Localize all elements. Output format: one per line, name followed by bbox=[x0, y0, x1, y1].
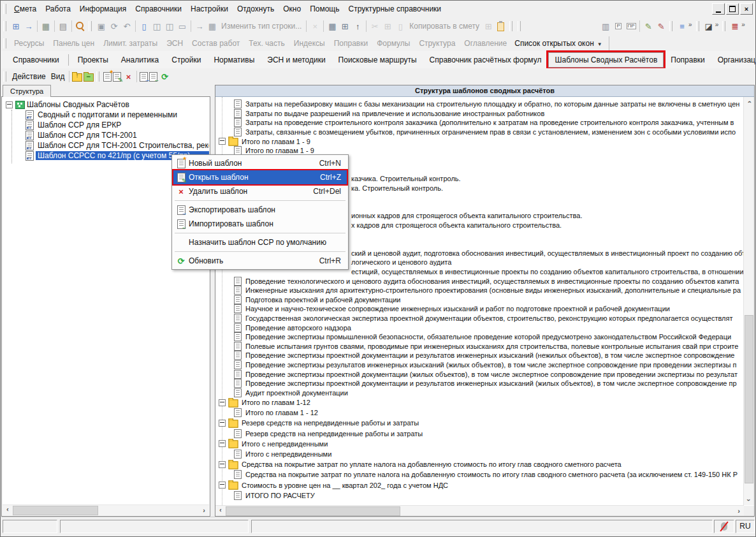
tree-row[interactable]: Проведение экспертизы промышленной безоп… bbox=[216, 332, 743, 342]
vertical-scrollbar[interactable]: › › bbox=[743, 97, 754, 505]
menu-4[interactable]: Справочники bbox=[131, 3, 186, 15]
folder-collapse-icon[interactable] bbox=[84, 73, 94, 82]
pdf-icon[interactable]: ▤ bbox=[57, 20, 69, 32]
overflow-chevron-icon[interactable]: » bbox=[741, 21, 745, 28]
refresh-icon[interactable]: ⟳ bbox=[159, 71, 170, 82]
tree-row[interactable]: Проведение технологического и ценового а… bbox=[216, 276, 743, 286]
menu-item-refresh[interactable]: ⟳ОбновитьCtrl+R bbox=[173, 254, 347, 268]
unlock-icon[interactable]: ▯ bbox=[138, 20, 150, 32]
close-button[interactable]: × bbox=[740, 3, 753, 15]
scroll-right-arrow[interactable]: › bbox=[734, 506, 744, 516]
menu-item-set-default-template[interactable]: Назначить шаблон ССР по умолчанию bbox=[173, 235, 347, 249]
open-windows-dropdown[interactable]: Список открытых окон▼ bbox=[514, 39, 602, 48]
minimize-button[interactable] bbox=[712, 3, 725, 15]
menu-5[interactable]: Настройки bbox=[186, 3, 233, 15]
scroll-up-arrow[interactable]: › bbox=[744, 97, 754, 107]
menu-7[interactable]: Окно bbox=[279, 3, 305, 15]
import-template-icon[interactable] bbox=[177, 219, 185, 229]
tree-row[interactable]: Государственная экологическая экспертиза… bbox=[216, 314, 743, 323]
new-template-icon[interactable] bbox=[103, 72, 112, 82]
tree-import-icon[interactable]: → bbox=[23, 20, 34, 32]
tab-2[interactable]: Проекты bbox=[72, 53, 114, 67]
tree-folder-row[interactable]: Итого по главам 1 - 9 bbox=[216, 136, 743, 146]
tab-7[interactable]: Поисковые маршруты bbox=[333, 53, 423, 67]
tree-item-template[interactable]: Шаблон ССР для ТСН-2001 Строительства, р… bbox=[4, 140, 209, 151]
tree-row[interactable]: Аудит проектной документации bbox=[216, 388, 743, 397]
overflow-chevron-icon[interactable]: » bbox=[688, 21, 692, 28]
tree-row[interactable]: Подготовка проектной и рабочей документа… bbox=[216, 295, 743, 304]
menu-2[interactable]: Работа bbox=[41, 3, 75, 15]
book-gear-icon[interactable]: ▥ bbox=[600, 20, 611, 32]
tree-item-template[interactable]: Сводный с подитогами и переменными bbox=[4, 110, 209, 120]
menu-6[interactable]: Отдохнуть bbox=[233, 3, 279, 15]
tab-9[interactable]: Шаблоны Сводных Расчётов bbox=[548, 52, 664, 68]
menu-item-delete-template[interactable]: ×Удалить шаблонCtrl+Del bbox=[173, 184, 347, 198]
tree-row[interactable]: Средства на покрытие затрат по уплате на… bbox=[216, 469, 743, 480]
delete-template-icon[interactable]: × bbox=[122, 71, 134, 82]
tab-11[interactable]: Организации bbox=[712, 53, 756, 67]
tree-row[interactable]: Итого с непредвиденными bbox=[216, 449, 743, 459]
tree-row[interactable]: Резерв средств на непредвиденные работы … bbox=[216, 429, 743, 439]
expand-box-icon[interactable] bbox=[219, 138, 226, 145]
tree-item-template[interactable]: Шаблон ССР для ТСН-2001 bbox=[4, 130, 209, 140]
pc-gear2-icon[interactable]: ◫ bbox=[164, 20, 175, 32]
template-edit-icon[interactable]: ✎ bbox=[643, 20, 654, 32]
tree-folder-row[interactable]: Резерв средств на непредвиденные работы … bbox=[216, 418, 743, 428]
tree-row[interactable]: Затраты, связанные с возмещением убытков… bbox=[216, 128, 743, 137]
maximize-button[interactable] bbox=[726, 3, 739, 15]
tree-folder-row[interactable]: Итого по главам 1-12 bbox=[216, 397, 743, 408]
comment-gear-icon[interactable]: ▭ bbox=[177, 20, 188, 32]
tree-row[interactable]: Затраты на перебазировку машин с базы ме… bbox=[216, 99, 743, 109]
view-menu[interactable]: Вид bbox=[51, 72, 65, 81]
tab-8[interactable]: Справочник расчётных формул bbox=[424, 53, 548, 67]
tree-item-template[interactable]: Шаблон ССР для ЕРКР bbox=[4, 120, 209, 130]
action-menu[interactable]: Действие bbox=[12, 72, 46, 81]
pc-gear-icon[interactable]: ◫ bbox=[151, 20, 163, 32]
export-template-icon[interactable] bbox=[140, 72, 148, 82]
undo-icon[interactable]: ↶ bbox=[121, 20, 133, 32]
left-horizontal-scrollbar[interactable]: › › bbox=[3, 504, 209, 515]
excel-icon[interactable]: ▦ bbox=[40, 20, 52, 32]
calc-icon[interactable]: ▦ bbox=[326, 20, 338, 32]
org-icon[interactable]: ▦ bbox=[207, 20, 218, 32]
new-template-icon[interactable] bbox=[177, 159, 185, 168]
tree-row[interactable]: Научное и научно-техническое сопровожден… bbox=[216, 304, 743, 314]
right-horizontal-scrollbar[interactable]: › › bbox=[215, 505, 744, 516]
tree-folder-row[interactable]: Итого с непредвиденными bbox=[216, 439, 743, 449]
expand-box-icon[interactable] bbox=[219, 440, 226, 447]
language-indicator[interactable]: RU bbox=[736, 520, 755, 533]
expand-box-icon[interactable] bbox=[219, 420, 226, 427]
expand-box-icon[interactable] bbox=[219, 482, 226, 489]
edit-template-icon[interactable] bbox=[113, 72, 121, 82]
import-template-icon[interactable] bbox=[149, 72, 157, 82]
expand-box-icon[interactable] bbox=[219, 399, 226, 406]
tree-row[interactable]: Проведение авторского надзора bbox=[216, 323, 743, 332]
tab-4[interactable]: Стройки bbox=[166, 53, 207, 67]
card-plus-icon[interactable]: ⊞ bbox=[339, 20, 351, 32]
tree-row[interactable]: Проведение экспертизы проектной документ… bbox=[216, 369, 743, 379]
menu-item-export-template[interactable]: Экспортировать шаблон bbox=[173, 203, 347, 217]
tree-structure-icon[interactable]: ⊞ bbox=[10, 20, 22, 32]
search-icon[interactable] bbox=[75, 20, 86, 32]
menu-8[interactable]: Помощь bbox=[305, 3, 344, 15]
p-gear-icon[interactable]: P bbox=[613, 20, 624, 32]
scroll-right-arrow[interactable]: › bbox=[199, 505, 209, 515]
template-delete-icon[interactable]: ✎ bbox=[655, 20, 667, 32]
pr-gear-icon[interactable]: ПР bbox=[625, 20, 637, 32]
tab-1[interactable]: Справочники bbox=[7, 53, 65, 67]
scrollbar-thumb[interactable] bbox=[745, 315, 753, 483]
tab-10[interactable]: Поправки bbox=[665, 53, 710, 67]
scroll-left-arrow[interactable]: › bbox=[3, 505, 13, 515]
reload-icon[interactable]: ⟳ bbox=[108, 20, 120, 32]
menu-3[interactable]: Информация bbox=[75, 3, 131, 15]
books-icon[interactable]: ≣ bbox=[729, 20, 741, 32]
tree-row[interactable]: Затраты на проведение строительного конт… bbox=[216, 118, 743, 128]
tree-root[interactable]: Шаблоны Сводных Расчётов bbox=[4, 99, 209, 110]
tree-row[interactable]: Итого по главам 1 - 12 bbox=[216, 408, 743, 418]
send-icon[interactable]: → bbox=[194, 20, 205, 32]
tree-row[interactable]: ИТОГО ПО РАСЧЕТУ bbox=[216, 490, 743, 501]
menu-item-open-template[interactable]: Открыть шаблонCtrl+Z bbox=[173, 170, 347, 184]
menu-1[interactable]: Смета bbox=[10, 3, 41, 15]
tree-row[interactable]: Полевые испытания грунтов сваями, провод… bbox=[216, 341, 743, 351]
tab-3[interactable]: Аналитика bbox=[115, 53, 164, 67]
